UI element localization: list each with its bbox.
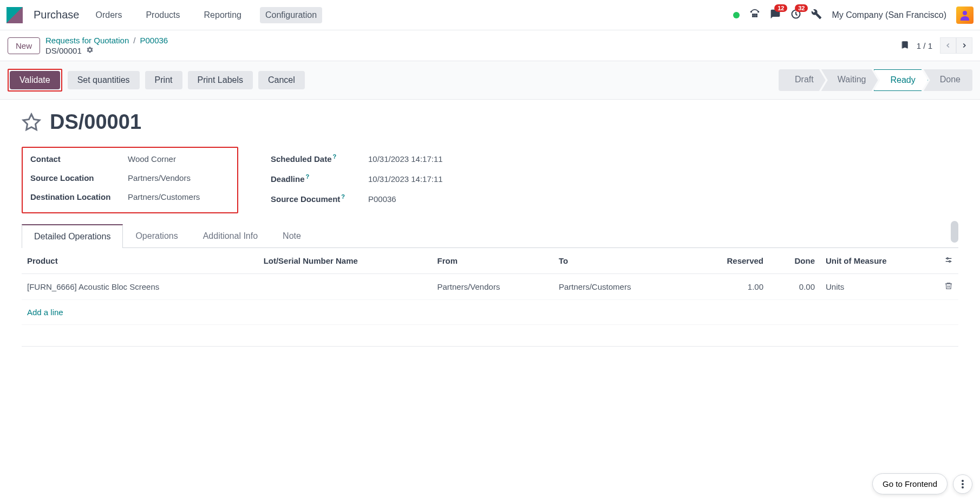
highlight-validate: Validate [8, 69, 62, 92]
status-done[interactable]: Done [924, 69, 972, 91]
status-ready[interactable]: Ready [874, 69, 928, 91]
pager-prev[interactable] [940, 37, 956, 54]
new-button[interactable]: New [8, 37, 40, 54]
print-button[interactable]: Print [145, 71, 182, 89]
status-waiting[interactable]: Waiting [821, 69, 878, 91]
navbar: Purchase Orders Products Reporting Confi… [0, 0, 980, 30]
th-to[interactable]: To [553, 248, 690, 274]
contact-label: Contact [30, 154, 128, 164]
status-indicator [733, 12, 740, 18]
bookmark-icon[interactable] [899, 39, 909, 53]
cell-done[interactable]: 0.00 [769, 274, 820, 300]
activities-badge: 32 [795, 4, 808, 12]
th-uom[interactable]: Unit of Measure [820, 248, 939, 274]
form-sheet: DS/00001 Contact Wood Corner Source Loca… [0, 100, 980, 357]
tab-detailed-operations[interactable]: Detailed Operations [22, 224, 123, 248]
nav-menu: Orders Products Reporting Configuration [90, 7, 323, 23]
svg-rect-3 [755, 14, 756, 15]
status-draft[interactable]: Draft [779, 69, 826, 91]
field-dest-location: Destination Location Partners/Customers [30, 192, 230, 201]
field-source-document: Source Document? P00036 [271, 193, 958, 204]
scrollbar[interactable] [951, 221, 958, 243]
nav-configuration[interactable]: Configuration [260, 7, 322, 23]
breadcrumb-current: DS/00001 [45, 46, 82, 55]
svg-point-9 [963, 11, 967, 15]
tab-additional-info[interactable]: Additional Info [191, 224, 270, 247]
deadline-label: Deadline? [271, 173, 368, 184]
th-from[interactable]: From [432, 248, 553, 274]
svg-point-1 [758, 11, 759, 12]
print-labels-button[interactable]: Print Labels [188, 71, 253, 89]
table-empty-row [22, 325, 958, 347]
add-line-link[interactable]: Add a line [27, 308, 63, 317]
svg-rect-4 [756, 14, 757, 15]
avatar[interactable] [956, 6, 974, 24]
th-lot[interactable]: Lot/Serial Number Name [258, 248, 432, 274]
deadline-value[interactable]: 10/31/2023 14:17:11 [368, 174, 443, 184]
cancel-button[interactable]: Cancel [258, 71, 305, 89]
table-header-row: Product Lot/Serial Number Name From To R… [22, 248, 958, 274]
app-logo[interactable] [6, 7, 23, 23]
cell-from[interactable]: Partners/Vendors [432, 274, 553, 300]
help-icon[interactable]: ? [306, 173, 310, 180]
sched-value[interactable]: 10/31/2023 14:17:11 [368, 154, 443, 164]
th-done[interactable]: Done [769, 248, 820, 274]
control-panel: New Requests for Quotation / P00036 DS/0… [0, 30, 980, 61]
status-flow: Draft Waiting Ready Done [779, 69, 972, 91]
activities-icon[interactable]: 32 [790, 9, 801, 21]
cell-lot[interactable] [258, 274, 432, 300]
svg-rect-2 [753, 14, 754, 15]
field-source-location: Source Location Partners/Vendors [30, 173, 230, 182]
svg-point-0 [751, 11, 752, 12]
breadcrumb-rfq[interactable]: Requests for Quotation [45, 36, 129, 45]
cell-product[interactable]: [FURN_6666] Acoustic Bloc Screens [22, 274, 258, 300]
pager-next[interactable] [956, 37, 972, 54]
th-reserved[interactable]: Reserved [690, 248, 769, 274]
pager-text: 1 / 1 [917, 41, 932, 50]
tabs: Detailed Operations Operations Additiona… [22, 224, 958, 248]
svg-rect-6 [755, 16, 756, 17]
cell-delete[interactable] [939, 274, 958, 300]
right-column: Scheduled Date? 10/31/2023 14:17:11 Dead… [271, 147, 958, 213]
star-icon[interactable] [22, 113, 41, 132]
breadcrumb-sep: / [133, 36, 135, 45]
nav-orders[interactable]: Orders [90, 7, 128, 23]
dest-loc-value[interactable]: Partners/Customers [128, 192, 200, 201]
app-name[interactable]: Purchase [34, 9, 80, 21]
cell-uom[interactable]: Units [820, 274, 939, 300]
table-row[interactable]: [FURN_6666] Acoustic Bloc Screens Partne… [22, 274, 958, 300]
cell-to[interactable]: Partners/Customers [553, 274, 690, 300]
messages-icon[interactable]: 12 [770, 9, 781, 21]
help-icon[interactable]: ? [341, 193, 345, 200]
action-bar: Validate Set quantities Print Print Labe… [0, 61, 980, 100]
nav-reporting[interactable]: Reporting [199, 7, 247, 23]
nav-products[interactable]: Products [140, 7, 185, 23]
sched-label: Scheduled Date? [271, 153, 368, 164]
th-settings[interactable] [939, 248, 958, 274]
srcdoc-value[interactable]: P00036 [368, 194, 396, 204]
tab-operations[interactable]: Operations [123, 224, 190, 247]
tools-icon[interactable] [811, 9, 822, 21]
set-quantities-button[interactable]: Set quantities [68, 71, 140, 89]
phone-icon[interactable] [749, 9, 760, 21]
company-name[interactable]: My Company (San Francisco) [832, 10, 946, 20]
gear-icon[interactable] [86, 46, 94, 55]
breadcrumb: Requests for Quotation / P00036 DS/00001 [45, 36, 168, 55]
field-scheduled-date: Scheduled Date? 10/31/2023 14:17:11 [271, 153, 958, 164]
validate-button[interactable]: Validate [10, 71, 60, 89]
messages-badge: 12 [774, 4, 787, 12]
svg-point-13 [949, 260, 951, 262]
cell-reserved[interactable]: 1.00 [690, 274, 769, 300]
dest-loc-label: Destination Location [30, 192, 128, 201]
tab-note[interactable]: Note [270, 224, 313, 247]
trash-icon[interactable] [944, 283, 953, 292]
th-product[interactable]: Product [22, 248, 258, 274]
breadcrumb-po[interactable]: P00036 [140, 36, 168, 45]
svg-point-11 [947, 258, 949, 259]
help-icon[interactable]: ? [333, 153, 337, 160]
src-loc-value[interactable]: Partners/Vendors [128, 173, 191, 182]
srcdoc-label: Source Document? [271, 193, 368, 204]
table-wrap: Product Lot/Serial Number Name From To R… [22, 248, 958, 347]
contact-value[interactable]: Wood Corner [128, 154, 176, 164]
nav-right: 12 32 My Company (San Francisco) [733, 6, 974, 24]
